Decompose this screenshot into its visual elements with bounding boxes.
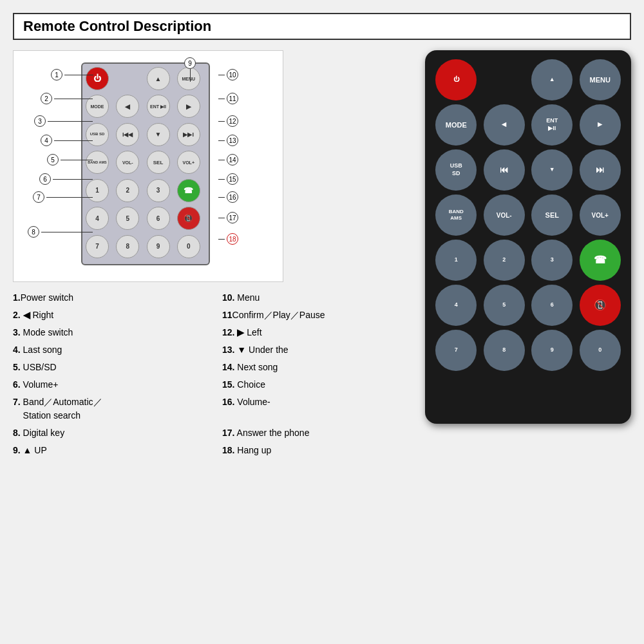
remote-answer[interactable]: ☎ (580, 240, 621, 281)
callout-10: 10 (218, 69, 238, 80)
remote-schematic: ⏻ ▲ MENU MODE ◀ ENT ▶II ▶ USB SD I◀◀ ▼ ▶… (81, 62, 210, 265)
diag-btn-5[interactable]: 5 (116, 207, 139, 230)
remote-prev-track[interactable]: ⏮ (484, 149, 525, 191)
callout-2: 2 (41, 93, 93, 104)
diag-btn-answer[interactable]: ☎ (177, 179, 200, 202)
desc-1: 1.Power switch (13, 291, 203, 305)
callout-11: 11 (218, 93, 238, 104)
callout-16: 16 (218, 191, 238, 203)
diag-btn-prev[interactable]: I◀◀ (116, 123, 139, 146)
remote-left-arrow[interactable]: ◀ (484, 104, 525, 146)
remote-usbsd[interactable]: USBSD (435, 149, 477, 191)
callout-9: 9 (184, 57, 196, 82)
desc-6: 6. Volume+ (13, 378, 203, 392)
callout-13: 13 (218, 135, 238, 146)
remote-right-arrow[interactable]: ▶ (580, 104, 621, 146)
diag-btn-2[interactable]: 2 (116, 179, 139, 202)
desc-14: 14. Next song (222, 361, 412, 374)
remote-7[interactable]: 7 (435, 330, 477, 371)
remote-band[interactable]: BANDAMS (435, 194, 477, 236)
remote-down[interactable]: ▼ (531, 149, 573, 191)
callout-7: 7 (33, 191, 93, 203)
callout-15: 15 (218, 173, 238, 185)
callout-5: 5 (47, 154, 93, 166)
remote-volplus[interactable]: VOL+ (580, 194, 621, 236)
desc-15: 15. Choice (222, 378, 412, 392)
page-title: Remote Control Description (13, 13, 631, 40)
remote-1[interactable]: 1 (435, 240, 477, 281)
desc-12: 12. ▶ Left (222, 326, 412, 339)
diag-btn-up[interactable]: ▲ (147, 67, 170, 90)
desc-7: 7. Band／Automatic／ Station search (13, 395, 203, 422)
remote-up[interactable]: ▲ (531, 59, 573, 100)
callout-3: 3 (34, 115, 93, 127)
callout-8: 8 (28, 226, 93, 238)
desc-13: 13. ▼ Under the (222, 343, 412, 357)
desc-10: 10. Menu (222, 291, 412, 305)
diag-btn-hangup[interactable]: 📵 (177, 207, 200, 230)
desc-16: 16. Volume- (222, 395, 412, 422)
remote-4[interactable]: 4 (435, 285, 477, 326)
diag-btn-left[interactable]: ◀ (116, 95, 139, 118)
remote-5[interactable]: 5 (484, 285, 525, 326)
desc-3: 3. Mode switch (13, 326, 203, 339)
diag-btn-ent[interactable]: ENT ▶II (147, 95, 170, 118)
desc-9: 9. ▲ UP (13, 444, 203, 457)
remote-menu[interactable]: MENU (580, 59, 621, 100)
remote-2[interactable]: 2 (484, 240, 525, 281)
remote-3[interactable]: 3 (531, 240, 573, 281)
remote-9[interactable]: 9 (531, 330, 573, 371)
callout-4: 4 (41, 135, 93, 146)
diag-btn-next[interactable]: ▶▶I (177, 123, 200, 146)
remote-hangup[interactable]: 📵 (580, 285, 621, 326)
description-list: 1.Power switch 10. Menu 2. ◀ Right 11Con… (13, 289, 412, 460)
remote-power[interactable]: ⏻ (435, 59, 477, 100)
diag-btn-8[interactable]: 8 (116, 235, 139, 258)
remote-sel[interactable]: SEL (531, 194, 573, 236)
remote-ent[interactable]: ENT▶II (531, 104, 573, 146)
diagram-area: ⏻ ▲ MENU MODE ◀ ENT ▶II ▶ USB SD I◀◀ ▼ ▶… (13, 50, 283, 282)
diag-btn-volminus[interactable]: VOL- (116, 151, 139, 174)
diag-btn-9[interactable]: 9 (147, 235, 170, 258)
desc-4: 4. Last song (13, 343, 203, 357)
desc-2: 2. ◀ Right (13, 308, 203, 322)
desc-17: 17. Answer the phone (222, 426, 412, 440)
diag-btn-sel[interactable]: SEL (147, 151, 170, 174)
desc-8: 8. Digital key (13, 426, 203, 440)
remote-next-track[interactable]: ⏭ (580, 149, 621, 191)
remote-photo: ⏻ ▲ MENU MODE ◀ ENT▶II ▶ USBSD ⏮ ▼ ⏭ BAN… (425, 50, 631, 424)
callout-17: 17 (218, 212, 238, 223)
diag-btn-volplus[interactable]: VOL+ (177, 151, 200, 174)
remote-0[interactable]: 0 (580, 330, 621, 371)
desc-11: 11Confirm／Play／Pause (222, 308, 412, 322)
remote-8[interactable]: 8 (484, 330, 525, 371)
remote-volminus[interactable]: VOL- (484, 194, 525, 236)
callout-12: 12 (218, 115, 238, 127)
desc-18: 18. Hang up (222, 444, 412, 457)
desc-5: 5. USB/SD (13, 361, 203, 374)
callout-6: 6 (39, 173, 93, 185)
diag-btn-right[interactable]: ▶ (177, 95, 200, 118)
diag-btn-0[interactable]: 0 (177, 235, 200, 258)
diag-btn-6[interactable]: 6 (147, 207, 170, 230)
remote-6[interactable]: 6 (531, 285, 573, 326)
diag-btn-down[interactable]: ▼ (147, 123, 170, 146)
remote-mode[interactable]: MODE (435, 104, 477, 146)
callout-18: 18 (218, 233, 238, 245)
diag-btn-empty1 (116, 67, 144, 93)
diag-btn-7[interactable]: 7 (86, 235, 109, 258)
callout-14: 14 (218, 154, 238, 166)
diag-btn-3[interactable]: 3 (147, 179, 170, 202)
callout-1: 1 (51, 69, 93, 80)
